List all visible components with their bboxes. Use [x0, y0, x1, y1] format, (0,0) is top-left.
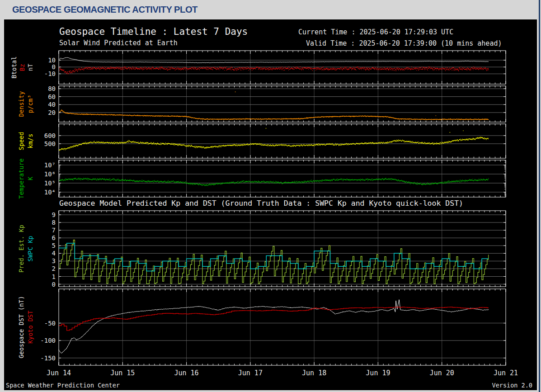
svg-text:Speed: Speed — [18, 132, 25, 151]
svg-text:Jun 16: Jun 16 — [174, 369, 198, 377]
window-edge-strip — [539, 0, 540, 392]
svg-text:-100: -100 — [40, 337, 56, 344]
svg-text:20: 20 — [48, 109, 56, 116]
plot-panel: Geospace Timeline : Latest 7 DaysCurrent… — [4, 19, 537, 391]
svg-text:Kyoto DST: Kyoto DST — [27, 311, 34, 344]
geospace-chart: Geospace Timeline : Latest 7 DaysCurrent… — [4, 19, 537, 390]
svg-text:5: 5 — [52, 242, 56, 249]
svg-text:0: 0 — [52, 63, 56, 71]
svg-text:Current Time : 2025-06-20 17:2: Current Time : 2025-06-20 17:29:03 UTC — [298, 28, 453, 36]
svg-text:Bz: Bz — [19, 64, 26, 71]
svg-text:60: 60 — [48, 93, 56, 100]
svg-text:Temperature: Temperature — [18, 158, 25, 198]
footer-version: Version 2.0 — [492, 382, 532, 389]
svg-text:10⁴: 10⁴ — [44, 189, 56, 196]
svg-text:10⁵: 10⁵ — [44, 179, 56, 187]
svg-text:40: 40 — [48, 101, 56, 108]
svg-text:-10: -10 — [44, 70, 56, 77]
svg-text:7: 7 — [52, 227, 56, 234]
footer-agency: Space Weather Prediction Center — [6, 382, 120, 389]
svg-text:Jun 15: Jun 15 — [110, 369, 135, 377]
svg-text:4: 4 — [52, 250, 56, 257]
svg-text:10⁶: 10⁶ — [44, 170, 56, 178]
svg-text:500: 500 — [44, 140, 56, 147]
svg-text:Solar Wind Predicted at Earth: Solar Wind Predicted at Earth — [59, 39, 178, 47]
svg-text:nT: nT — [27, 64, 34, 71]
svg-text:p/cm³: p/cm³ — [27, 95, 34, 113]
svg-text:Density: Density — [18, 91, 25, 117]
svg-text:SWPC Kp: SWPC Kp — [27, 236, 34, 262]
svg-text:K: K — [27, 176, 34, 180]
svg-text:Geospace Model Predicted Kp an: Geospace Model Predicted Kp and DST (Gro… — [59, 199, 463, 208]
svg-text:10⁷: 10⁷ — [44, 161, 56, 169]
svg-text:80: 80 — [48, 85, 56, 92]
page-title: GEOSPACE GEOMAGNETIC ACTIVITY PLOT — [0, 0, 519, 15]
svg-text:600: 600 — [44, 132, 56, 139]
svg-text:0: 0 — [52, 281, 56, 288]
svg-text:Pred. Est. Kp: Pred. Est. Kp — [18, 225, 25, 273]
svg-text:Jun 21: Jun 21 — [494, 369, 518, 377]
svg-text:Geospace DST (nT): Geospace DST (nT) — [18, 296, 25, 358]
svg-text:1: 1 — [52, 273, 56, 280]
svg-text:Jun 19: Jun 19 — [366, 369, 390, 377]
svg-text:6: 6 — [52, 234, 56, 241]
page-header: GEOSPACE GEOMAGNETIC ACTIVITY PLOT — [0, 0, 541, 19]
svg-text:Jun 20: Jun 20 — [430, 369, 454, 377]
svg-text:8: 8 — [52, 219, 56, 226]
svg-text:9: 9 — [52, 211, 56, 218]
svg-text:Valid Time : 2025-06-20 17:39:: Valid Time : 2025-06-20 17:39:00 (10 min… — [306, 39, 502, 47]
page: { "header": { "title": "GEOSPACE GEOMAGN… — [0, 0, 541, 392]
svg-text:3: 3 — [52, 257, 56, 264]
plot-footer: Space Weather Prediction Center Version … — [6, 382, 532, 389]
svg-text:2: 2 — [52, 265, 56, 272]
svg-text:-50: -50 — [44, 320, 56, 327]
svg-text:Jun 14: Jun 14 — [47, 369, 71, 377]
svg-text:Jun 18: Jun 18 — [302, 369, 326, 377]
svg-text:-150: -150 — [40, 354, 56, 362]
svg-text:km/s: km/s — [27, 134, 34, 149]
svg-text:Geospace Timeline : Latest 7 D: Geospace Timeline : Latest 7 Days — [59, 26, 248, 37]
svg-text:10: 10 — [48, 57, 56, 64]
svg-text:Jun 17: Jun 17 — [238, 369, 263, 377]
svg-text:Btotal: Btotal — [10, 57, 18, 79]
